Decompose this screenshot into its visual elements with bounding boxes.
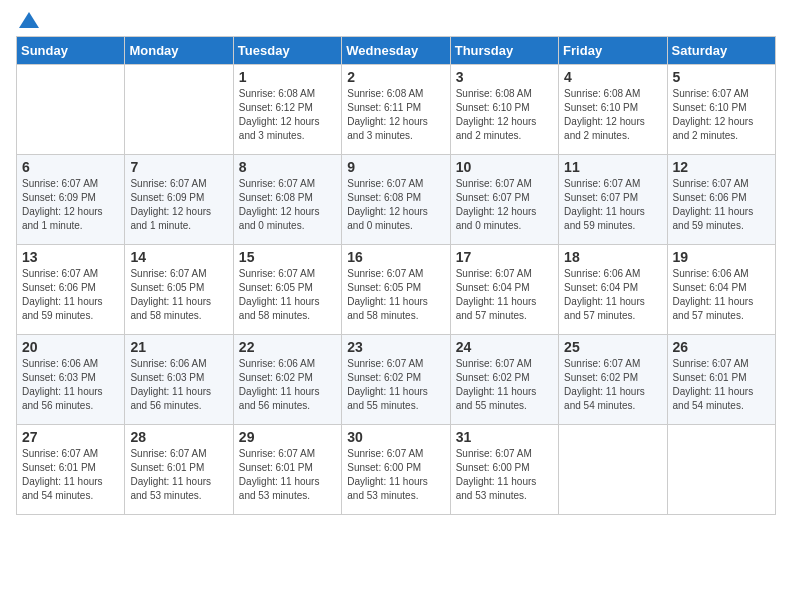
calendar-cell: 11Sunrise: 6:07 AM Sunset: 6:07 PM Dayli… [559, 155, 667, 245]
weekday-header: Sunday [17, 37, 125, 65]
day-number: 22 [239, 339, 336, 355]
weekday-header: Tuesday [233, 37, 341, 65]
calendar-week-row: 1Sunrise: 6:08 AM Sunset: 6:12 PM Daylig… [17, 65, 776, 155]
calendar-cell: 26Sunrise: 6:07 AM Sunset: 6:01 PM Dayli… [667, 335, 775, 425]
day-number: 25 [564, 339, 661, 355]
calendar-cell: 10Sunrise: 6:07 AM Sunset: 6:07 PM Dayli… [450, 155, 558, 245]
weekday-header: Wednesday [342, 37, 450, 65]
day-detail: Sunrise: 6:07 AM Sunset: 6:08 PM Dayligh… [347, 177, 444, 233]
day-number: 4 [564, 69, 661, 85]
day-detail: Sunrise: 6:07 AM Sunset: 6:02 PM Dayligh… [564, 357, 661, 413]
day-number: 27 [22, 429, 119, 445]
calendar-cell: 13Sunrise: 6:07 AM Sunset: 6:06 PM Dayli… [17, 245, 125, 335]
calendar-cell: 29Sunrise: 6:07 AM Sunset: 6:01 PM Dayli… [233, 425, 341, 515]
day-number: 29 [239, 429, 336, 445]
weekday-header: Saturday [667, 37, 775, 65]
day-number: 12 [673, 159, 770, 175]
header-row: SundayMondayTuesdayWednesdayThursdayFrid… [17, 37, 776, 65]
calendar-cell: 9Sunrise: 6:07 AM Sunset: 6:08 PM Daylig… [342, 155, 450, 245]
calendar-week-row: 6Sunrise: 6:07 AM Sunset: 6:09 PM Daylig… [17, 155, 776, 245]
weekday-header: Friday [559, 37, 667, 65]
day-detail: Sunrise: 6:07 AM Sunset: 6:01 PM Dayligh… [130, 447, 227, 503]
day-number: 21 [130, 339, 227, 355]
day-number: 28 [130, 429, 227, 445]
day-detail: Sunrise: 6:07 AM Sunset: 6:01 PM Dayligh… [239, 447, 336, 503]
calendar-cell: 28Sunrise: 6:07 AM Sunset: 6:01 PM Dayli… [125, 425, 233, 515]
day-detail: Sunrise: 6:07 AM Sunset: 6:07 PM Dayligh… [456, 177, 553, 233]
day-detail: Sunrise: 6:06 AM Sunset: 6:02 PM Dayligh… [239, 357, 336, 413]
calendar-cell: 17Sunrise: 6:07 AM Sunset: 6:04 PM Dayli… [450, 245, 558, 335]
calendar-cell [17, 65, 125, 155]
day-number: 7 [130, 159, 227, 175]
calendar-week-row: 27Sunrise: 6:07 AM Sunset: 6:01 PM Dayli… [17, 425, 776, 515]
day-number: 3 [456, 69, 553, 85]
day-detail: Sunrise: 6:07 AM Sunset: 6:06 PM Dayligh… [673, 177, 770, 233]
calendar-cell: 25Sunrise: 6:07 AM Sunset: 6:02 PM Dayli… [559, 335, 667, 425]
calendar-cell: 19Sunrise: 6:06 AM Sunset: 6:04 PM Dayli… [667, 245, 775, 335]
day-detail: Sunrise: 6:06 AM Sunset: 6:03 PM Dayligh… [22, 357, 119, 413]
day-detail: Sunrise: 6:07 AM Sunset: 6:02 PM Dayligh… [347, 357, 444, 413]
calendar-cell: 21Sunrise: 6:06 AM Sunset: 6:03 PM Dayli… [125, 335, 233, 425]
logo [16, 16, 39, 28]
day-detail: Sunrise: 6:07 AM Sunset: 6:05 PM Dayligh… [130, 267, 227, 323]
calendar-cell: 14Sunrise: 6:07 AM Sunset: 6:05 PM Dayli… [125, 245, 233, 335]
calendar-cell: 24Sunrise: 6:07 AM Sunset: 6:02 PM Dayli… [450, 335, 558, 425]
day-detail: Sunrise: 6:08 AM Sunset: 6:10 PM Dayligh… [564, 87, 661, 143]
calendar-cell: 18Sunrise: 6:06 AM Sunset: 6:04 PM Dayli… [559, 245, 667, 335]
calendar-cell [125, 65, 233, 155]
day-detail: Sunrise: 6:07 AM Sunset: 6:05 PM Dayligh… [347, 267, 444, 323]
calendar-cell: 20Sunrise: 6:06 AM Sunset: 6:03 PM Dayli… [17, 335, 125, 425]
calendar-cell: 30Sunrise: 6:07 AM Sunset: 6:00 PM Dayli… [342, 425, 450, 515]
weekday-header: Monday [125, 37, 233, 65]
calendar-table: SundayMondayTuesdayWednesdayThursdayFrid… [16, 36, 776, 515]
day-detail: Sunrise: 6:08 AM Sunset: 6:10 PM Dayligh… [456, 87, 553, 143]
day-detail: Sunrise: 6:07 AM Sunset: 6:07 PM Dayligh… [564, 177, 661, 233]
calendar-cell: 16Sunrise: 6:07 AM Sunset: 6:05 PM Dayli… [342, 245, 450, 335]
day-detail: Sunrise: 6:07 AM Sunset: 6:00 PM Dayligh… [347, 447, 444, 503]
day-number: 24 [456, 339, 553, 355]
day-detail: Sunrise: 6:07 AM Sunset: 6:05 PM Dayligh… [239, 267, 336, 323]
day-number: 26 [673, 339, 770, 355]
day-number: 1 [239, 69, 336, 85]
day-number: 14 [130, 249, 227, 265]
day-number: 2 [347, 69, 444, 85]
day-number: 31 [456, 429, 553, 445]
day-detail: Sunrise: 6:07 AM Sunset: 6:10 PM Dayligh… [673, 87, 770, 143]
header [16, 16, 776, 28]
day-detail: Sunrise: 6:07 AM Sunset: 6:00 PM Dayligh… [456, 447, 553, 503]
day-number: 20 [22, 339, 119, 355]
day-detail: Sunrise: 6:07 AM Sunset: 6:04 PM Dayligh… [456, 267, 553, 323]
day-number: 9 [347, 159, 444, 175]
day-detail: Sunrise: 6:08 AM Sunset: 6:11 PM Dayligh… [347, 87, 444, 143]
calendar-cell: 12Sunrise: 6:07 AM Sunset: 6:06 PM Dayli… [667, 155, 775, 245]
calendar-cell [667, 425, 775, 515]
day-detail: Sunrise: 6:07 AM Sunset: 6:08 PM Dayligh… [239, 177, 336, 233]
day-detail: Sunrise: 6:06 AM Sunset: 6:03 PM Dayligh… [130, 357, 227, 413]
calendar-cell: 23Sunrise: 6:07 AM Sunset: 6:02 PM Dayli… [342, 335, 450, 425]
day-number: 30 [347, 429, 444, 445]
calendar-cell: 8Sunrise: 6:07 AM Sunset: 6:08 PM Daylig… [233, 155, 341, 245]
calendar-cell: 3Sunrise: 6:08 AM Sunset: 6:10 PM Daylig… [450, 65, 558, 155]
calendar-cell: 4Sunrise: 6:08 AM Sunset: 6:10 PM Daylig… [559, 65, 667, 155]
calendar-week-row: 13Sunrise: 6:07 AM Sunset: 6:06 PM Dayli… [17, 245, 776, 335]
day-detail: Sunrise: 6:07 AM Sunset: 6:01 PM Dayligh… [673, 357, 770, 413]
day-number: 8 [239, 159, 336, 175]
day-number: 13 [22, 249, 119, 265]
calendar-cell: 22Sunrise: 6:06 AM Sunset: 6:02 PM Dayli… [233, 335, 341, 425]
calendar-cell [559, 425, 667, 515]
calendar-cell: 6Sunrise: 6:07 AM Sunset: 6:09 PM Daylig… [17, 155, 125, 245]
day-detail: Sunrise: 6:06 AM Sunset: 6:04 PM Dayligh… [673, 267, 770, 323]
day-detail: Sunrise: 6:07 AM Sunset: 6:01 PM Dayligh… [22, 447, 119, 503]
calendar-cell: 27Sunrise: 6:07 AM Sunset: 6:01 PM Dayli… [17, 425, 125, 515]
logo-triangle-icon [19, 12, 39, 28]
day-number: 17 [456, 249, 553, 265]
day-number: 5 [673, 69, 770, 85]
day-detail: Sunrise: 6:07 AM Sunset: 6:09 PM Dayligh… [22, 177, 119, 233]
day-number: 19 [673, 249, 770, 265]
day-number: 6 [22, 159, 119, 175]
day-detail: Sunrise: 6:07 AM Sunset: 6:02 PM Dayligh… [456, 357, 553, 413]
day-number: 10 [456, 159, 553, 175]
calendar-week-row: 20Sunrise: 6:06 AM Sunset: 6:03 PM Dayli… [17, 335, 776, 425]
day-detail: Sunrise: 6:07 AM Sunset: 6:06 PM Dayligh… [22, 267, 119, 323]
weekday-header: Thursday [450, 37, 558, 65]
